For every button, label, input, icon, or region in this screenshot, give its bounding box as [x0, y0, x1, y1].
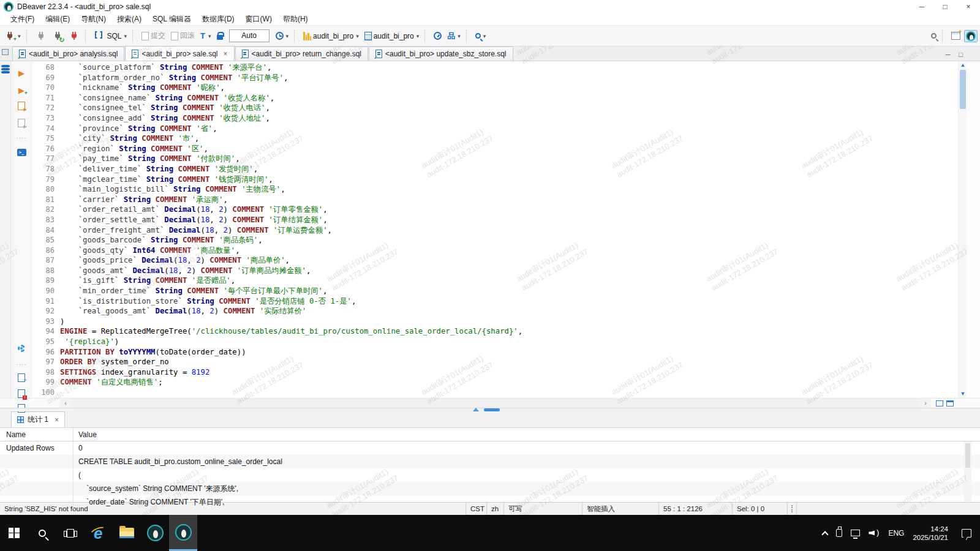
table-row[interactable]: Updated Rows0	[0, 441, 980, 455]
export-script-button[interactable]	[16, 372, 27, 383]
toolbar-separator	[294, 30, 298, 42]
column-header-name[interactable]: Name	[0, 428, 74, 441]
menu-file[interactable]: 文件(F)	[5, 14, 40, 24]
code-line: PARTITION BY toYYYYMM(toDate(order_date)…	[60, 347, 958, 358]
restore-panes-icon[interactable]	[2, 49, 9, 55]
dbeaver-taskbar-button[interactable]	[141, 515, 169, 551]
window-minimize-button[interactable]: ─	[910, 0, 933, 13]
minimize-editor-icon[interactable]: ─	[946, 51, 951, 58]
overview-ruler	[967, 61, 980, 398]
open-console-button[interactable]: >_	[16, 147, 27, 158]
input-language[interactable]: ENG	[888, 529, 904, 538]
execute-new-tab-button[interactable]: ▶+	[16, 84, 27, 96]
save-warning-button[interactable]	[16, 388, 27, 399]
table-row[interactable]: (	[0, 468, 980, 482]
menu-navigate[interactable]: 导航(N)	[75, 14, 111, 24]
menu-search[interactable]: 搜索(A)	[111, 14, 147, 24]
explain-plan-button[interactable]	[16, 118, 27, 129]
sash-handle[interactable]	[484, 408, 500, 411]
cell-name[interactable]	[0, 482, 74, 495]
cell-value[interactable]: (	[74, 468, 980, 482]
tab-close-icon[interactable]: ×	[55, 416, 59, 424]
scroll-down-icon[interactable]: ▼	[959, 390, 967, 398]
collapse-up-icon[interactable]	[473, 408, 479, 411]
schema-selector[interactable]: audit_bi_pro ▾	[363, 31, 421, 42]
task-view-button[interactable]	[56, 515, 85, 551]
volume-icon[interactable]	[869, 529, 880, 538]
panel-sash[interactable]	[0, 408, 980, 411]
minimize-results-icon[interactable]	[936, 400, 943, 407]
execute-statement-button[interactable]: ▶	[16, 67, 27, 78]
action-center-icon[interactable]	[962, 529, 971, 538]
scrollbar-track[interactable]	[71, 399, 920, 408]
dbeaver-taskbar-button-active[interactable]	[169, 515, 197, 551]
maximize-editor-icon[interactable]: □	[959, 51, 963, 58]
code-line: `order_settle_amt` Decimal(18, 2) COMMEN…	[60, 215, 958, 225]
menu-edit[interactable]: 编辑(E)	[40, 14, 75, 24]
database-navigator-icon[interactable]	[1, 65, 10, 74]
cell-value[interactable]: `source_system` String COMMENT '来源系统',	[74, 482, 980, 495]
editor-tab-bar: <audit_bi_pro> analysis.sql <audit_bi_pr…	[0, 47, 980, 61]
sql-editor-button[interactable]: SQL ▾	[92, 29, 129, 43]
window-maximize-button[interactable]: □	[933, 0, 957, 13]
transaction-mode-button[interactable]: T ▾	[198, 30, 213, 42]
start-button[interactable]	[0, 515, 28, 551]
tab-update-sbz-store-sql[interactable]: <audit_bi_pro> update_sbz_store.sql	[369, 47, 513, 61]
code-area[interactable]: `source_platform` String COMMENT '来源平台',…	[60, 61, 958, 398]
table-row[interactable]: `order_date` String COMMENT '下单日期',	[0, 495, 980, 509]
sql-search-button[interactable]: ▾	[473, 32, 488, 40]
table-row[interactable]: CREATE TABLE audit_bi_pro.custom_online_…	[0, 455, 980, 468]
table-row[interactable]: `source_system` String COMMENT '来源系统',	[0, 482, 980, 495]
cell-value[interactable]: CREATE TABLE audit_bi_pro.custom_online_…	[74, 455, 980, 468]
menu-database[interactable]: 数据库(D)	[197, 14, 240, 24]
scroll-up-icon[interactable]: ▲	[959, 61, 967, 69]
open-perspective-button[interactable]	[949, 31, 962, 41]
usb-icon[interactable]	[836, 529, 842, 537]
tab-analysis-sql[interactable]: <audit_bi_pro> analysis.sql	[12, 47, 124, 61]
column-header-value[interactable]: Value	[74, 428, 980, 441]
tab-close-icon[interactable]: ×	[224, 50, 228, 58]
rollback-button[interactable]: 回滚	[169, 29, 197, 42]
scroll-left-icon[interactable]: ‹	[60, 399, 71, 408]
connection-selector[interactable]: audit_bi_pro ▾	[301, 31, 361, 42]
windows-logo-icon	[9, 528, 20, 539]
autocommit-combo[interactable]: Auto	[229, 29, 270, 42]
results-scrollbar[interactable]	[964, 441, 971, 501]
menu-help[interactable]: 帮助(H)	[277, 14, 314, 24]
dashboard-button[interactable]	[432, 31, 443, 41]
new-connection-button[interactable]: + ▾	[2, 29, 23, 43]
cell-value[interactable]: 0	[74, 441, 980, 455]
commit-button[interactable]: 提交	[140, 29, 167, 42]
taskbar-search-button[interactable]	[28, 515, 56, 551]
tab-return-change-sql[interactable]: <audit_bi_pro> return_change.sql	[235, 47, 368, 61]
settings-button[interactable]	[16, 343, 27, 354]
cell-name[interactable]: Updated Rows	[0, 441, 74, 455]
disconnect-button[interactable]	[67, 29, 81, 43]
show-hidden-icons-chevron[interactable]	[822, 531, 829, 538]
global-search-button[interactable]	[929, 32, 938, 40]
file-explorer-button[interactable]	[113, 515, 141, 551]
sql-file-icon	[19, 50, 26, 58]
dbeaver-perspective-button[interactable]	[964, 30, 978, 42]
network-icon[interactable]	[851, 530, 860, 536]
menu-sql-editor[interactable]: SQL 编辑器	[147, 14, 197, 24]
internet-explorer-button[interactable]: e	[85, 515, 113, 551]
tasks-button[interactable]: 品 ▾	[445, 31, 462, 41]
scroll-right-icon[interactable]: ›	[920, 399, 931, 408]
window-close-button[interactable]: ×	[957, 0, 980, 13]
taskbar-clock[interactable]: 14:24 2025/10/21	[913, 525, 948, 542]
cell-name[interactable]	[0, 455, 74, 468]
menu-window[interactable]: 窗口(W)	[240, 14, 277, 24]
cell-name[interactable]	[0, 468, 74, 482]
transaction-log-button[interactable]: ▾	[274, 31, 291, 41]
cell-value[interactable]: `order_date` String COMMENT '下单日期',	[74, 495, 980, 509]
cell-name[interactable]	[0, 495, 74, 509]
execute-script-button[interactable]	[16, 100, 27, 111]
editor-vertical-scrollbar[interactable]: ▲ ▼	[958, 61, 967, 398]
reconnect-button[interactable]: ↻	[50, 29, 65, 43]
connect-button[interactable]	[34, 29, 48, 43]
tab-sale-sql[interactable]: <audit_bi_pro> sale.sql ×	[125, 46, 234, 61]
lock-button[interactable]	[215, 31, 225, 41]
scrollbar-thumb[interactable]	[960, 70, 966, 109]
maximize-results-icon[interactable]	[946, 400, 954, 407]
